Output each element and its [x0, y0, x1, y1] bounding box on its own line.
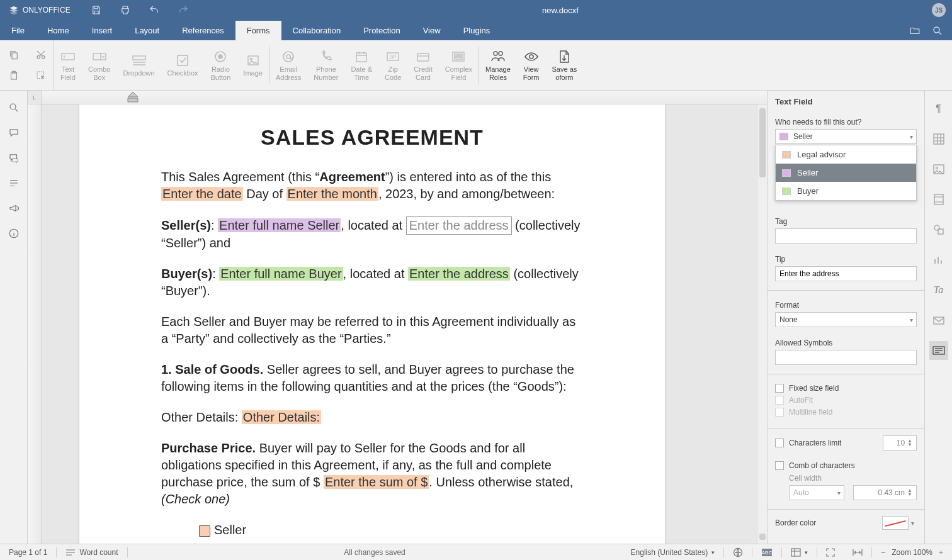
find-icon[interactable]	[8, 102, 20, 113]
svg-point-16	[286, 55, 290, 59]
ribbon-text-field[interactable]: Text Field	[54, 40, 82, 90]
indent-marker-icon[interactable]	[127, 92, 139, 103]
border-color-picker[interactable]	[882, 516, 909, 530]
paste-icon[interactable]	[8, 70, 20, 81]
svg-rect-24	[455, 57, 462, 59]
zoom-control[interactable]: − Zoom 100% +	[872, 544, 952, 560]
paragraph-settings-icon[interactable]: ¶	[929, 99, 948, 118]
save-icon[interactable]	[91, 4, 102, 16]
search-icon[interactable]	[932, 25, 943, 36]
zoom-in-icon[interactable]: +	[939, 548, 943, 557]
field-other-details[interactable]: Other Details:	[242, 410, 321, 424]
ribbon-view-form[interactable]: View Form	[517, 40, 546, 90]
horizontal-ruler[interactable]: L	[28, 91, 767, 104]
cut-icon[interactable]	[35, 49, 47, 60]
tab-collaboration[interactable]: Collaboration	[281, 21, 353, 40]
field-enter-month[interactable]: Enter the month	[286, 187, 378, 201]
fit-page-icon[interactable]	[817, 544, 844, 560]
buyer-paragraph: Buyer(s): Enter full name Buyer, located…	[161, 266, 583, 300]
tab-protection[interactable]: Protection	[352, 21, 412, 40]
status-language[interactable]: English (United States)▾	[622, 544, 724, 560]
user-avatar[interactable]: JS	[932, 3, 946, 17]
tab-references[interactable]: References	[171, 21, 235, 40]
format-label: Format	[775, 301, 917, 310]
open-location-icon[interactable]	[909, 25, 921, 36]
ribbon-email[interactable]: Email Address	[269, 40, 307, 90]
who-option-legal[interactable]: Legal advisor	[776, 145, 916, 164]
ribbon-image[interactable]: Image	[237, 40, 269, 90]
comments-icon[interactable]	[8, 127, 20, 138]
ribbon-date-time[interactable]: Date & Time	[344, 40, 378, 90]
undo-icon[interactable]	[149, 4, 160, 16]
comb-check[interactable]: Comb of characters	[775, 461, 917, 470]
status-wordcount[interactable]: Word count	[57, 544, 127, 560]
field-buyer-address[interactable]: Enter the address	[408, 267, 510, 281]
fixed-size-check[interactable]: Fixed size field	[775, 384, 917, 393]
zoom-out-icon[interactable]: −	[881, 548, 885, 557]
who-dropdown[interactable]: Seller▾ Legal advisor Seller Buyer	[775, 129, 917, 144]
svg-rect-17	[356, 53, 366, 62]
who-option-buyer[interactable]: Buyer	[776, 182, 916, 200]
tab-home[interactable]: Home	[36, 21, 81, 40]
tab-view[interactable]: View	[412, 21, 452, 40]
ribbon-save-oform[interactable]: Save as oform	[546, 40, 584, 90]
svg-point-27	[530, 55, 533, 59]
cell-width-mode[interactable]: Auto▾	[789, 485, 844, 500]
field-seller-address[interactable]: Enter the address	[406, 216, 512, 235]
chars-limit-check[interactable]: Characters limit	[775, 439, 876, 447]
ribbon-combo-box[interactable]: Combo Box	[82, 40, 116, 90]
select-all-icon[interactable]	[35, 70, 47, 81]
chart-settings-icon[interactable]	[929, 250, 948, 269]
tab-forms[interactable]: Forms	[235, 21, 281, 40]
allowed-input[interactable]	[775, 350, 917, 365]
cell-width-value[interactable]: 0.43 cm▲▼	[853, 485, 917, 500]
track-mode-icon[interactable]: ▾	[782, 544, 817, 560]
who-option-seller[interactable]: Seller	[776, 164, 916, 182]
chars-limit-value[interactable]: 10▲▼	[883, 435, 917, 451]
image-settings-icon[interactable]	[929, 160, 948, 179]
track-changes-icon[interactable]: ABC	[752, 544, 781, 560]
ribbon-checkbox[interactable]: Checkbox	[161, 40, 205, 90]
tab-file[interactable]: File	[0, 21, 36, 40]
ribbon-zip[interactable]: ZIPZip Code	[378, 40, 407, 90]
tag-input[interactable]	[775, 228, 917, 244]
who-dropdown-list: Legal advisor Seller Buyer	[775, 145, 917, 201]
tab-plugins[interactable]: Plugins	[452, 21, 502, 40]
fit-width-icon[interactable]	[844, 544, 871, 560]
ribbon-radio-button[interactable]: Radio Button	[205, 40, 237, 90]
vertical-scrollbar[interactable]	[758, 104, 767, 544]
spellcheck-icon[interactable]	[724, 544, 752, 560]
ribbon-phone[interactable]: Phone Number	[307, 40, 344, 90]
redo-icon[interactable]	[178, 4, 189, 16]
format-select[interactable]: None▾	[775, 312, 917, 327]
status-page[interactable]: Page 1 of 1	[0, 544, 56, 560]
field-enter-date[interactable]: Enter the date	[161, 187, 243, 201]
table-settings-icon[interactable]	[929, 130, 948, 148]
vertical-ruler[interactable]	[28, 104, 42, 544]
field-seller-name[interactable]: Enter full name Seller	[218, 218, 341, 232]
shape-settings-icon[interactable]	[929, 220, 948, 239]
tab-insert[interactable]: Insert	[81, 21, 124, 40]
tab-layout[interactable]: Layout	[123, 21, 171, 40]
headings-icon[interactable]	[8, 177, 20, 189]
form-settings-icon[interactable]	[929, 341, 948, 360]
about-icon[interactable]	[8, 228, 20, 239]
copy-icon[interactable]	[8, 49, 20, 60]
form-settings-panel: Text Field Who needs to fill this out? S…	[767, 91, 924, 544]
ribbon-credit-card[interactable]: Credit Card	[407, 40, 438, 90]
feedback-icon[interactable]	[8, 203, 20, 214]
radio-seller[interactable]	[199, 525, 210, 537]
chat-icon[interactable]	[8, 152, 20, 164]
ribbon-complex-field[interactable]: Complex Field	[439, 40, 479, 90]
ribbon-dropdown[interactable]: Dropdown	[116, 40, 161, 90]
header-footer-icon[interactable]	[929, 190, 948, 209]
mailmerge-icon[interactable]	[929, 311, 948, 330]
left-sidebar	[0, 91, 28, 544]
field-sum[interactable]: Enter the sum of $	[324, 475, 429, 489]
ribbon-manage-roles[interactable]: Manage Roles	[479, 40, 517, 90]
price-paragraph: Purchase Price. Buyer will pay to Seller…	[161, 440, 583, 508]
print-icon[interactable]	[120, 4, 131, 16]
field-buyer-name[interactable]: Enter full name Buyer	[219, 267, 343, 281]
tip-input[interactable]	[775, 266, 917, 281]
textart-settings-icon[interactable]: Ta	[929, 281, 948, 300]
